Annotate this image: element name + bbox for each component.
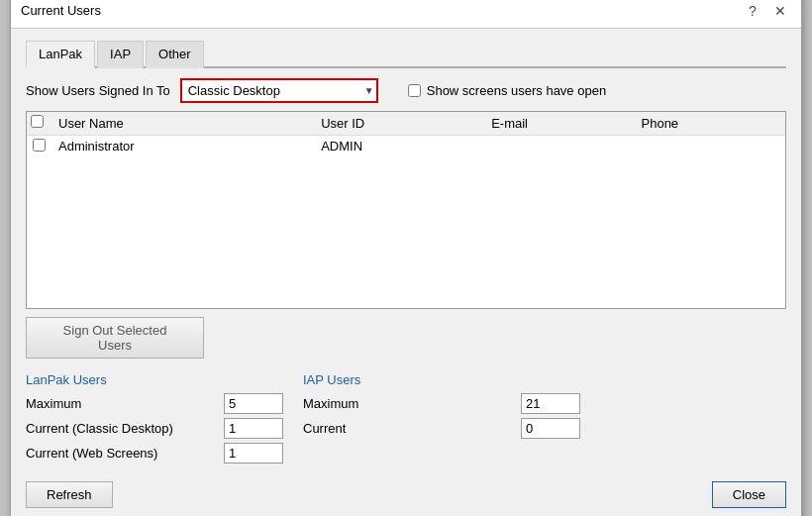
tab-bar: LanPak IAP Other bbox=[26, 39, 786, 68]
lanpak-users-title: LanPak Users bbox=[26, 372, 283, 387]
iap-current-label: Current bbox=[303, 421, 513, 436]
signed-in-to-dropdown[interactable]: Classic Desktop Web Screens bbox=[180, 78, 378, 103]
show-users-row: Show Users Signed In To Classic Desktop … bbox=[26, 78, 786, 103]
lanpak-current-web-label: Current (Web Screens) bbox=[26, 446, 216, 461]
footer: Refresh Close bbox=[26, 481, 786, 508]
row-checkbox-cell bbox=[27, 135, 51, 157]
lanpak-current-classic-input[interactable] bbox=[224, 418, 283, 439]
lanpak-current-classic-label: Current (Classic Desktop) bbox=[26, 421, 216, 436]
header-email: E-mail bbox=[483, 112, 633, 136]
lanpak-current-web-row: Current (Web Screens) bbox=[26, 443, 283, 464]
show-screens-label: Show screens users have open bbox=[427, 83, 606, 98]
row-checkbox[interactable] bbox=[33, 139, 46, 152]
dialog-title: Current Users bbox=[21, 3, 101, 18]
iap-current-input[interactable] bbox=[521, 418, 580, 439]
lanpak-current-classic-row: Current (Classic Desktop) bbox=[26, 418, 283, 439]
iap-users-title: IAP Users bbox=[303, 372, 580, 387]
tab-lanpak[interactable]: LanPak bbox=[26, 41, 95, 68]
dialog-body: LanPak IAP Other Show Users Signed In To… bbox=[11, 29, 801, 517]
show-screens-row: Show screens users have open bbox=[408, 83, 606, 98]
user-table: User Name User ID E-mail Phone Administr… bbox=[27, 112, 785, 157]
sign-out-button[interactable]: Sign Out Selected Users bbox=[26, 317, 204, 359]
title-bar: Current Users ? ✕ bbox=[11, 0, 801, 29]
header-userid: User ID bbox=[313, 112, 483, 136]
help-button[interactable]: ? bbox=[742, 0, 763, 22]
title-bar-controls: ? ✕ bbox=[742, 0, 791, 22]
header-checkbox-col bbox=[27, 112, 51, 136]
header-username: User Name bbox=[51, 112, 313, 136]
lanpak-maximum-label: Maximum bbox=[26, 396, 216, 411]
show-screens-checkbox[interactable] bbox=[408, 84, 421, 97]
dialog-window: Current Users ? ✕ LanPak IAP Other Show … bbox=[10, 0, 802, 516]
row-userid: ADMIN bbox=[313, 135, 483, 157]
lanpak-current-web-input[interactable] bbox=[224, 443, 283, 464]
refresh-button[interactable]: Refresh bbox=[26, 481, 113, 508]
tab-other[interactable]: Other bbox=[146, 41, 204, 68]
iap-users-panel: IAP Users Maximum Current bbox=[303, 372, 580, 467]
iap-current-row: Current bbox=[303, 418, 580, 439]
close-button[interactable]: Close bbox=[712, 481, 786, 508]
iap-maximum-label: Maximum bbox=[303, 396, 513, 411]
bottom-panels: LanPak Users Maximum Current (Classic De… bbox=[26, 372, 786, 467]
lanpak-maximum-row: Maximum bbox=[26, 393, 283, 414]
row-email bbox=[483, 135, 633, 157]
tab-iap[interactable]: IAP bbox=[97, 41, 144, 68]
tab-content-lanpak: Show Users Signed In To Classic Desktop … bbox=[26, 78, 786, 508]
row-username: Administrator bbox=[51, 135, 313, 157]
dropdown-wrapper: Classic Desktop Web Screens ▼ bbox=[180, 78, 378, 103]
close-title-button[interactable]: ✕ bbox=[769, 0, 791, 22]
table-header-row: User Name User ID E-mail Phone bbox=[27, 112, 785, 136]
iap-maximum-row: Maximum bbox=[303, 393, 580, 414]
table-row: Administrator ADMIN bbox=[27, 135, 785, 157]
user-table-container: User Name User ID E-mail Phone Administr… bbox=[26, 111, 786, 309]
lanpak-maximum-input[interactable] bbox=[224, 393, 283, 414]
show-users-label: Show Users Signed In To bbox=[26, 83, 170, 98]
select-all-checkbox[interactable] bbox=[31, 115, 44, 128]
sign-out-wrapper: Sign Out Selected Users bbox=[26, 317, 786, 372]
row-phone bbox=[634, 135, 786, 157]
lanpak-users-panel: LanPak Users Maximum Current (Classic De… bbox=[26, 372, 283, 467]
iap-maximum-input[interactable] bbox=[521, 393, 580, 414]
header-phone: Phone bbox=[634, 112, 786, 136]
